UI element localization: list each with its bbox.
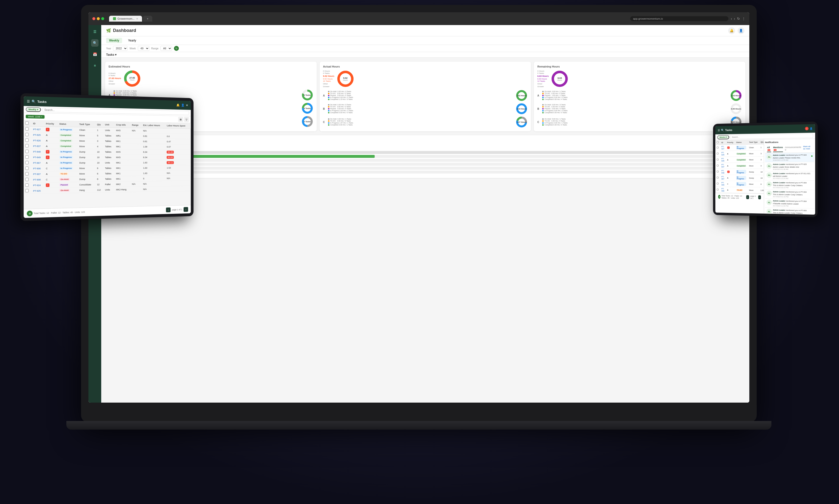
mini-row-checkbox[interactable] bbox=[717, 170, 719, 173]
th-status[interactable]: Status bbox=[58, 121, 78, 127]
sidebar-icon-calendar[interactable]: 📅 bbox=[91, 51, 99, 58]
user-menu-button[interactable]: 👤 bbox=[737, 27, 745, 34]
th-priority[interactable]: Priority bbox=[44, 121, 58, 127]
task-id-link[interactable]: PT-826 bbox=[32, 138, 44, 143]
row-checkbox[interactable] bbox=[25, 156, 29, 159]
new-tab-button[interactable]: + bbox=[143, 16, 152, 22]
weekly-filter-btn[interactable]: Weekly ▾ bbox=[26, 107, 41, 112]
next-page-button[interactable]: › bbox=[183, 207, 188, 212]
mini-row-checkbox[interactable] bbox=[717, 177, 719, 179]
row-checkbox[interactable] bbox=[25, 183, 29, 187]
notif-search-input[interactable] bbox=[730, 133, 813, 139]
mini-row-checkbox[interactable] bbox=[717, 153, 719, 155]
mini-task-id[interactable]: PT-837 bbox=[720, 163, 726, 169]
task-id-link[interactable]: PT-867 bbox=[32, 160, 44, 166]
th-id[interactable]: ID bbox=[32, 121, 44, 127]
row-checkbox[interactable] bbox=[25, 172, 29, 176]
mini-row-checkbox[interactable] bbox=[717, 188, 719, 191]
notifications-button[interactable]: 🔔 bbox=[728, 27, 735, 34]
weekly-tab[interactable]: Weekly bbox=[106, 38, 122, 43]
task-id-link[interactable]: PT-906 bbox=[32, 166, 44, 172]
notif-bell-icon[interactable]: 🔔 bbox=[176, 103, 180, 107]
th-labor-spent[interactable]: Labor Hours Spent bbox=[165, 123, 191, 129]
nav-back[interactable]: ‹ bbox=[731, 17, 732, 21]
nav-menu[interactable]: ⋮ bbox=[742, 17, 746, 21]
notif-tab-announcements[interactable]: Announcements 0 bbox=[785, 145, 801, 152]
th-est-labor[interactable]: Est. Labor Hours bbox=[142, 122, 165, 128]
row-checkbox[interactable] bbox=[25, 178, 29, 181]
task-id-link[interactable]: PT-848 bbox=[32, 149, 44, 155]
mini-next-page[interactable]: › bbox=[758, 195, 761, 199]
th-unit[interactable]: Unit bbox=[103, 122, 115, 128]
th-crop[interactable]: Crop Info bbox=[115, 122, 131, 128]
row-checkbox[interactable] bbox=[25, 166, 29, 170]
week-chip[interactable]: Week: 2248 × bbox=[26, 115, 45, 119]
status-badge: In Progress bbox=[59, 167, 73, 170]
th-qty[interactable]: Qty bbox=[95, 122, 103, 127]
mini-task-id[interactable]: PT-906 bbox=[720, 187, 726, 193]
maximize-button[interactable] bbox=[101, 17, 104, 20]
mini-row-checkbox[interactable] bbox=[717, 164, 719, 166]
hamburger-icon-right[interactable]: ☰ bbox=[718, 129, 720, 132]
mini-task-id[interactable]: PT-927 bbox=[720, 145, 726, 151]
tasks-header-label: Tasks ▾ bbox=[106, 53, 117, 56]
task-id-link[interactable]: PT-927 bbox=[32, 126, 44, 132]
row-checkbox[interactable] bbox=[25, 139, 29, 142]
year-select[interactable]: 2022 bbox=[113, 46, 127, 51]
task-id-link[interactable]: PT-907 bbox=[32, 171, 44, 177]
task-id-link[interactable]: PT-924 bbox=[32, 182, 44, 188]
mini-settings-icon[interactable]: ⚙ bbox=[718, 195, 721, 199]
prev-page-button[interactable]: ‹ bbox=[166, 208, 171, 212]
task-id-link[interactable]: PT-849 bbox=[32, 155, 44, 160]
refresh-button[interactable]: ↻ bbox=[174, 46, 179, 51]
sidebar-icon-list[interactable]: ≡ bbox=[91, 62, 99, 69]
address-bar[interactable]: app.growermomentum.io bbox=[630, 16, 729, 21]
minimize-button[interactable] bbox=[97, 17, 100, 20]
row-checkbox[interactable] bbox=[25, 127, 29, 131]
crop: MX5 bbox=[115, 128, 131, 133]
task-id-link[interactable]: PT-908 bbox=[32, 177, 44, 182]
notif-tab-all[interactable]: All 1 bbox=[767, 146, 771, 152]
task-id-link[interactable]: PT-837 bbox=[32, 143, 44, 149]
close-tab-icon[interactable]: ✕ bbox=[136, 17, 138, 20]
mini-task-id[interactable]: PT-867 bbox=[720, 175, 726, 181]
mini-row-checkbox[interactable] bbox=[717, 159, 719, 161]
mini-task-id[interactable]: PT-905 bbox=[720, 181, 726, 187]
nav-forward[interactable]: › bbox=[734, 17, 735, 21]
nav-refresh[interactable]: ↻ bbox=[737, 17, 740, 21]
sidebar-icon-search[interactable]: 🔍 bbox=[91, 39, 99, 47]
yearly-tab[interactable]: Yearly bbox=[125, 38, 139, 43]
mini-row-checkbox[interactable] bbox=[717, 147, 719, 148]
mini-task-id[interactable]: PT-848 bbox=[720, 169, 726, 175]
task-id-link[interactable]: PT-825 bbox=[32, 132, 44, 138]
range-select[interactable]: All bbox=[160, 46, 172, 51]
row-checkbox[interactable] bbox=[25, 133, 29, 136]
row-checkbox[interactable] bbox=[25, 144, 29, 147]
weeks-filter-btn[interactable]: Weeks ▾ bbox=[717, 135, 729, 139]
task-id-link[interactable]: PT-925 bbox=[32, 188, 44, 194]
row-checkbox[interactable] bbox=[25, 161, 29, 164]
sidebar-icon-menu[interactable]: ☰ bbox=[91, 28, 99, 35]
close-icon[interactable]: ✕ bbox=[186, 104, 188, 107]
row-checkbox[interactable] bbox=[25, 150, 29, 153]
select-all-checkbox[interactable] bbox=[25, 121, 29, 125]
hamburger-icon[interactable]: ☰ bbox=[27, 99, 30, 103]
user-icon-right[interactable]: 👤 bbox=[809, 127, 812, 130]
mini-prev-page[interactable]: ‹ bbox=[746, 195, 749, 199]
active-tab[interactable]: Growermom... ✕ bbox=[109, 16, 142, 22]
th-task-type[interactable]: Task Type bbox=[78, 121, 95, 127]
settings-icon[interactable]: ⚙ bbox=[27, 211, 32, 216]
user-icon[interactable]: 👤 bbox=[181, 104, 185, 107]
row-checkbox[interactable] bbox=[25, 189, 29, 193]
mini-task-id[interactable]: PT-826 bbox=[720, 157, 726, 163]
week-select[interactable]: 49 bbox=[138, 46, 150, 51]
mini-task-id[interactable]: PT-825 bbox=[720, 151, 726, 157]
close-button[interactable] bbox=[92, 17, 95, 20]
mark-all-button[interactable]: Mark all as read bbox=[803, 145, 812, 152]
th-range[interactable]: Range bbox=[130, 122, 142, 128]
filter-btn[interactable]: ▽ bbox=[184, 117, 189, 122]
mini-select-all[interactable] bbox=[717, 141, 719, 143]
mini-row-checkbox[interactable] bbox=[717, 183, 719, 185]
action-btn-1[interactable]: ⊞ bbox=[178, 116, 183, 122]
notif-tab-mentions[interactable]: Mentions 1 bbox=[773, 146, 783, 152]
